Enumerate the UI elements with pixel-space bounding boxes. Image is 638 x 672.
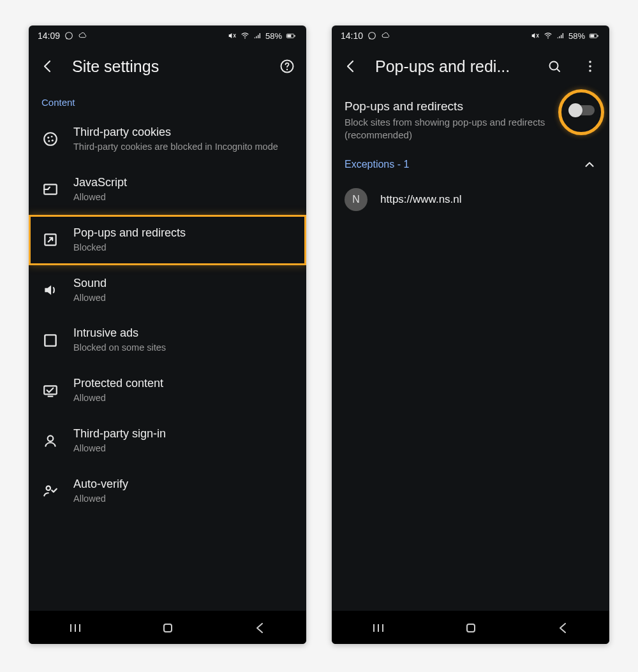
recents-icon (68, 620, 83, 636)
ads-icon (42, 332, 59, 349)
item-title: Third-party sign-in (73, 427, 293, 441)
item-sound[interactable]: Sound Allowed (29, 265, 306, 316)
item-sub: Blocked on some sites (73, 342, 293, 354)
page-title: Site settings (72, 57, 263, 76)
home-icon (463, 620, 478, 636)
sound-icon (42, 282, 59, 298)
item-title: JavaScript (73, 176, 293, 189)
item-intrusive-ads[interactable]: Intrusive ads Blocked on some sites (29, 315, 306, 365)
exceptions-header[interactable]: Exceptions - 1 (332, 142, 609, 178)
battery-icon (588, 31, 600, 41)
nav-recents[interactable] (371, 620, 386, 636)
search-icon (547, 59, 562, 74)
item-popups-redirects[interactable]: Pop-ups and redirects Blocked (29, 215, 306, 265)
section-content: Content (29, 87, 306, 114)
page-title: Pop-ups and redi... (375, 57, 530, 76)
site-badge: N (345, 188, 367, 211)
verify-icon (42, 483, 59, 499)
item-sub: Allowed (73, 392, 293, 404)
battery-text: 58% (265, 31, 282, 41)
status-bar: 14:10 58% (332, 26, 609, 46)
signal-icon (253, 31, 263, 41)
cloud-icon (381, 31, 391, 41)
app-bar: Pop-ups and redi... (332, 46, 609, 87)
nav-back[interactable] (556, 620, 571, 636)
signin-icon (42, 432, 59, 449)
site-url: https://www.ns.nl (380, 193, 462, 206)
back-icon (40, 59, 56, 74)
phone-left: 14:09 58% Site settings Content Third-pa… (29, 26, 306, 644)
mute-icon (227, 31, 237, 41)
clock: 14:09 (38, 31, 60, 41)
nav-back[interactable] (253, 620, 268, 636)
wifi-icon (240, 31, 250, 41)
item-title: Pop-ups and redirects (73, 226, 293, 240)
status-bar: 14:09 58% (29, 26, 306, 46)
back-button[interactable] (36, 55, 59, 78)
item-title: Sound (73, 277, 293, 290)
system-nav (29, 611, 306, 644)
js-icon (42, 181, 59, 198)
item-sub: Blocked (73, 242, 293, 254)
item-third-party-cookies[interactable]: Third-party cookies Third-party cookies … (29, 114, 306, 164)
cookie-icon (42, 131, 59, 147)
wifi-icon (543, 31, 553, 41)
spacer (332, 221, 609, 611)
phone-right: 14:10 58% Pop-ups and redi... Pop-ups an… (332, 26, 609, 644)
popup-sub: Block sites from showing pop-ups and red… (345, 116, 560, 142)
navback-icon (253, 620, 268, 636)
item-sub: Allowed (73, 191, 293, 203)
exceptions-label: Exceptions - 1 (345, 159, 582, 170)
cloud-icon (78, 31, 88, 41)
recents-icon (371, 620, 386, 636)
settings-list: Third-party cookies Third-party cookies … (29, 114, 306, 611)
popup-icon (42, 231, 59, 248)
item-auto-verify[interactable]: Auto-verify Allowed (29, 466, 306, 516)
more-icon (582, 59, 598, 74)
clock: 14:10 (341, 31, 363, 41)
item-sub: Allowed (73, 292, 293, 304)
mute-icon (530, 31, 540, 41)
item-title: Third-party cookies (73, 126, 293, 139)
nav-home[interactable] (160, 620, 175, 636)
toggle-thumb (568, 103, 582, 117)
home-icon (160, 620, 175, 636)
system-nav (332, 611, 609, 644)
item-javascript[interactable]: JavaScript Allowed (29, 164, 306, 215)
back-button[interactable] (339, 55, 362, 78)
protected-icon (42, 383, 59, 399)
item-sub: Allowed (73, 442, 293, 455)
nav-home[interactable] (463, 620, 478, 636)
signal-icon (556, 31, 566, 41)
battery-text: 58% (568, 31, 585, 41)
item-sub: Third-party cookies are blocked in Incog… (73, 141, 293, 153)
item-title: Protected content (73, 377, 293, 390)
whatsapp-icon (64, 31, 74, 41)
nav-recents[interactable] (68, 620, 83, 636)
app-bar: Site settings (29, 46, 306, 87)
battery-icon (285, 31, 297, 41)
navback-icon (556, 620, 571, 636)
help-icon (279, 59, 295, 74)
popup-toggle[interactable] (568, 103, 597, 117)
menu-button[interactable] (579, 55, 602, 78)
item-title: Auto-verify (73, 478, 293, 491)
item-third-party-signin[interactable]: Third-party sign-in Allowed (29, 416, 306, 466)
chevron-up-icon (582, 157, 597, 172)
item-sub: Allowed (73, 493, 293, 505)
item-title: Intrusive ads (73, 326, 293, 340)
item-protected-content[interactable]: Protected content Allowed (29, 365, 306, 416)
search-button[interactable] (543, 55, 566, 78)
popup-toggle-row: Pop-ups and redirects Block sites from s… (332, 87, 609, 142)
back-icon (343, 59, 359, 74)
popup-title: Pop-ups and redirects (345, 99, 560, 113)
help-button[interactable] (276, 55, 299, 78)
exception-item[interactable]: N https://www.ns.nl (332, 178, 609, 221)
whatsapp-icon (367, 31, 377, 41)
